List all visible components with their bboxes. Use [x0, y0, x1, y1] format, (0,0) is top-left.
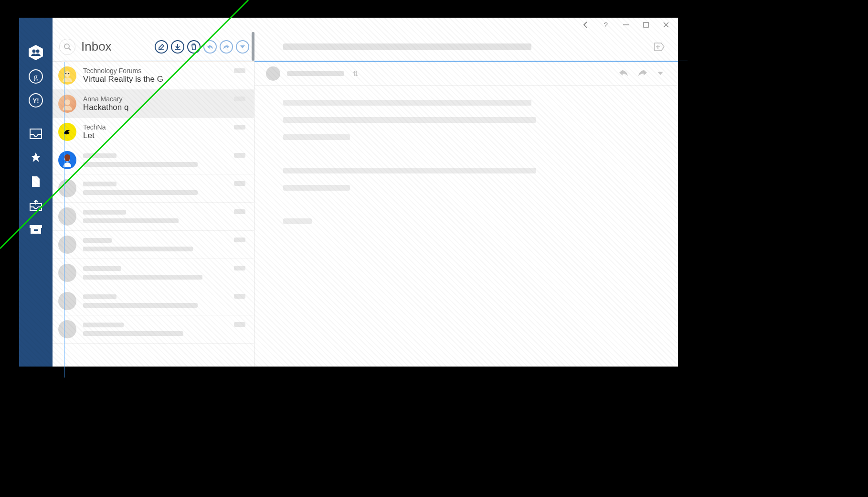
- message-date: [234, 181, 245, 186]
- hamburger-icon[interactable]: [30, 23, 42, 36]
- svg-text:g: g: [34, 73, 38, 81]
- message-from: Technology Forums: [83, 67, 227, 75]
- close-icon: [663, 22, 669, 28]
- sidebar-sent[interactable]: [27, 196, 45, 215]
- reply-button[interactable]: [203, 40, 217, 54]
- forward-icon: [223, 43, 230, 50]
- compose-button[interactable]: [155, 40, 168, 54]
- download-button[interactable]: [171, 40, 184, 54]
- file-icon: [31, 176, 41, 187]
- maximize-button[interactable]: [637, 18, 655, 32]
- reply-icon: [207, 43, 213, 50]
- outbox-icon: [30, 200, 42, 211]
- help-icon: ?: [603, 21, 609, 29]
- reading-pane: ⇅: [254, 32, 678, 367]
- list-item[interactable]: [53, 315, 254, 344]
- reading-more-button[interactable]: [657, 69, 664, 78]
- list-item[interactable]: [53, 231, 254, 259]
- svg-point-16: [65, 73, 67, 75]
- yahoo-icon: Y!: [28, 93, 43, 108]
- sidebar-drafts[interactable]: [27, 173, 45, 191]
- list-item[interactable]: [53, 146, 254, 174]
- reply-icon: [619, 69, 628, 76]
- list-item[interactable]: [53, 287, 254, 315]
- sidebar-yahoo[interactable]: Y!: [27, 91, 45, 109]
- sidebar-contacts[interactable]: [27, 43, 45, 62]
- avatar: [58, 151, 76, 169]
- sidebar-starred[interactable]: [27, 149, 45, 167]
- chevron-left-icon: [582, 22, 589, 28]
- list-item[interactable]: Technology Forums Virtual Reality is the…: [53, 62, 254, 90]
- message-list[interactable]: Technology Forums Virtual Reality is the…: [53, 62, 254, 367]
- compose-icon: [158, 43, 165, 50]
- sidebar: g Y!: [19, 18, 53, 367]
- download-icon: [174, 43, 181, 50]
- message-date: [234, 322, 245, 327]
- reading-body: [254, 86, 678, 367]
- reading-reply-button[interactable]: [619, 69, 628, 78]
- minimize-button[interactable]: [617, 18, 635, 32]
- svg-rect-7: [30, 225, 42, 228]
- message-date: [234, 97, 245, 101]
- svg-point-13: [64, 44, 69, 49]
- svg-text:?: ?: [604, 21, 608, 29]
- avatar: [58, 123, 76, 141]
- search-button[interactable]: [59, 39, 75, 55]
- reading-header: [254, 32, 678, 62]
- tag-plus-icon: [654, 43, 665, 51]
- avatar: [58, 320, 76, 338]
- sidebar-archive[interactable]: [27, 220, 45, 238]
- forward-icon: [638, 69, 647, 76]
- list-item[interactable]: [53, 259, 254, 287]
- inbox-icon: [30, 129, 42, 139]
- reading-from: [287, 71, 344, 76]
- list-item[interactable]: [53, 203, 254, 231]
- avatar: [58, 264, 76, 282]
- maximize-icon: [643, 22, 649, 28]
- sort-indicator[interactable]: ⇅: [353, 70, 359, 77]
- message-date: [234, 238, 245, 242]
- tag-button[interactable]: [653, 42, 666, 52]
- main-area: ?: [53, 18, 678, 367]
- close-button[interactable]: [657, 18, 675, 32]
- more-button[interactable]: [236, 40, 249, 54]
- search-icon: [64, 43, 71, 51]
- message-from: Anna Macary: [83, 95, 227, 103]
- star-icon: [30, 151, 42, 164]
- avatar: [266, 66, 280, 81]
- scrollbar-thumb[interactable]: [252, 32, 254, 61]
- reading-forward-button[interactable]: [638, 69, 647, 78]
- trash-icon: [191, 43, 197, 50]
- svg-point-15: [64, 71, 70, 77]
- message-list-pane: Inbox: [53, 32, 254, 367]
- svg-marker-0: [29, 45, 43, 60]
- avatar: [58, 66, 76, 85]
- reading-subject: [283, 43, 531, 50]
- sidebar-inbox[interactable]: [27, 125, 45, 143]
- message-subject: Hackathon q: [83, 103, 227, 112]
- svg-text:Y!: Y!: [33, 97, 39, 104]
- list-item[interactable]: TechNa Let: [53, 118, 254, 146]
- message-date: [234, 68, 245, 73]
- forward-button[interactable]: [220, 40, 233, 54]
- chevron-down-icon: [657, 71, 664, 76]
- svg-point-17: [68, 73, 70, 75]
- google-icon: g: [28, 69, 43, 84]
- list-item[interactable]: [53, 174, 254, 203]
- list-toolbar: [155, 40, 254, 54]
- list-header: Inbox: [53, 32, 254, 62]
- sidebar-google[interactable]: g: [27, 67, 45, 86]
- archive-icon: [29, 225, 42, 234]
- hex-people-icon: [27, 44, 44, 61]
- message-date: [234, 294, 245, 299]
- message-subject: Virtual Reality is the G: [83, 75, 227, 84]
- delete-button[interactable]: [187, 40, 201, 54]
- list-item[interactable]: Anna Macary Hackathon q: [53, 90, 254, 118]
- svg-point-2: [36, 50, 40, 53]
- message-date: [234, 153, 245, 158]
- content-split: Inbox: [53, 32, 678, 367]
- avatar: [58, 179, 76, 197]
- message-date: [234, 209, 245, 214]
- back-button[interactable]: [577, 18, 595, 32]
- help-button[interactable]: ?: [597, 18, 615, 32]
